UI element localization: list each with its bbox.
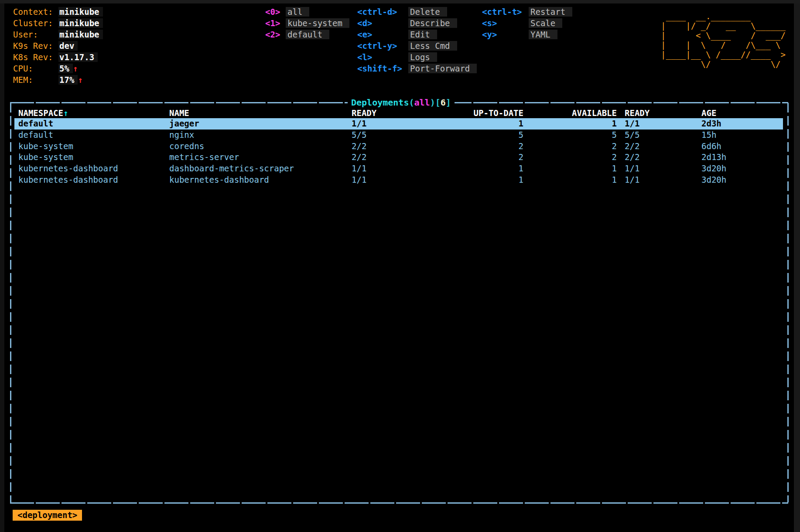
table-title-scope: all — [414, 97, 430, 108]
column-header-namespace[interactable]: NAMESPACE↑ — [14, 107, 169, 119]
cluster-info-label: K9s Rev: — [13, 40, 58, 51]
namespace-hotkey-item[interactable]: <0>all — [265, 6, 349, 17]
action-hotkey-item[interactable]: <s>Scale — [482, 17, 572, 29]
table-cell: kubernetes-dashboard — [169, 174, 351, 186]
namespace-hotkeys-menu: <0>all<1>kube-system<2>default — [265, 6, 349, 40]
cluster-info-value: minikube — [58, 7, 103, 17]
table-cell: 1/1 — [617, 118, 676, 130]
column-header-ready[interactable]: READY — [617, 107, 676, 119]
table-cell: 1/1 — [617, 174, 676, 186]
column-header-up-to-date[interactable]: UP-TO-DATE — [403, 107, 523, 119]
cluster-info-label: Context: — [13, 6, 58, 17]
action-hotkey-item-key: <ctrl-d> — [357, 6, 408, 17]
cluster-info-row: K9s Rev:dev — [13, 40, 103, 51]
table-row[interactable]: kubernetes-dashboarddashboard-metrics-sc… — [14, 163, 783, 174]
table-row[interactable]: kube-systemmetrics-server2/2222/22d13h — [14, 152, 783, 163]
column-header-ready[interactable]: READY — [351, 107, 403, 119]
cluster-info-row: Cluster:minikube — [13, 17, 103, 29]
column-header-label: NAME — [169, 108, 189, 118]
cluster-info-value: v1.17.3 — [58, 52, 98, 62]
action-hotkey-item-key: <ctrl-t> — [482, 6, 529, 17]
table-cell: 5/5 — [617, 130, 676, 141]
column-header-age[interactable]: AGE — [676, 107, 783, 119]
table-cell: nginx — [169, 130, 351, 141]
table-cell: 2d3h — [676, 118, 783, 130]
action-hotkey-item-key: <d> — [357, 17, 408, 29]
sort-ascending-icon: ↑ — [63, 108, 68, 118]
cluster-info-row: Context:minikube — [13, 6, 103, 17]
action-hotkeys-menu-2: <ctrl-t>Restart<s>Scale<y>YAML — [482, 6, 572, 40]
table-cell: 1/1 — [351, 163, 403, 174]
table-cell: 2 — [403, 141, 523, 152]
action-hotkey-item[interactable]: <ctrl-y>Less Cmd — [357, 40, 477, 51]
cluster-info-value: minikube — [58, 30, 103, 39]
action-hotkeys-menu-1: <ctrl-d>Delete<d>Describe<e>Edit<ctrl-y>… — [357, 6, 477, 74]
column-header-label: UP-TO-DATE — [474, 108, 523, 118]
table-cell: 6d6h — [676, 141, 783, 152]
table-cell: 15h — [676, 130, 783, 141]
table-cell: 5 — [403, 130, 523, 141]
action-hotkey-item[interactable]: <shift-f>Port-Forward — [357, 63, 477, 74]
namespace-hotkey-item[interactable]: <1>kube-system — [265, 17, 349, 29]
namespace-hotkey-item-label: all — [286, 7, 309, 17]
table-row[interactable]: defaultjaeger1/1111/12d3h — [14, 118, 783, 130]
action-hotkey-item-key: <y> — [482, 29, 529, 40]
table-cell: 1 — [523, 174, 617, 186]
table-cell: 1 — [403, 174, 523, 186]
column-header-label: READY — [352, 108, 376, 118]
action-hotkey-item-key: <ctrl-y> — [357, 40, 408, 51]
action-hotkey-item-label: Delete — [408, 7, 447, 17]
table-cell: 1/1 — [351, 174, 403, 186]
cluster-info-row: CPU:5%↑ — [13, 63, 103, 74]
action-hotkey-item-key: <e> — [357, 29, 408, 40]
cluster-info-label: K8s Rev: — [13, 51, 58, 63]
action-hotkey-item[interactable]: <l>Logs — [357, 51, 477, 63]
table-cell: 1 — [403, 118, 523, 130]
column-header-name[interactable]: NAME — [169, 107, 351, 119]
paren-close: ) — [430, 97, 435, 108]
action-hotkey-item-key: <shift-f> — [357, 63, 408, 74]
action-hotkey-item-key: <s> — [482, 17, 529, 29]
table-row[interactable]: defaultnginx5/5555/515h — [14, 130, 783, 141]
table-cell: dashboard-metrics-scraper — [169, 163, 351, 174]
table-cell: coredns — [169, 141, 351, 152]
table-header-row: NAMESPACE↑NAMEREADYUP-TO-DATEAVAILABLERE… — [14, 107, 783, 119]
cluster-info-row: MEM:17%↑ — [13, 74, 103, 85]
window-top-edge — [0, 0, 800, 3]
table-row[interactable]: kubernetes-dashboardkubernetes-dashboard… — [14, 174, 783, 186]
cluster-info-value: minikube — [58, 18, 103, 28]
table-cell: 2d13h — [676, 152, 783, 163]
table-cell: 2 — [403, 152, 523, 163]
namespace-hotkey-item-key: <0> — [265, 6, 286, 17]
table-cell: 2/2 — [617, 141, 676, 152]
table-cell: 3d20h — [676, 174, 783, 186]
action-hotkey-item-label: Port-Forward — [408, 64, 477, 73]
cluster-info-value: 17% — [58, 75, 78, 85]
table-cell: 2/2 — [351, 141, 403, 152]
cluster-info-value: dev — [58, 41, 78, 51]
table-cell: 2 — [523, 141, 617, 152]
action-hotkey-item-label: Restart — [529, 7, 572, 17]
column-header-available[interactable]: AVAILABLE — [523, 107, 617, 119]
table-cell: kubernetes-dashboard — [14, 174, 169, 186]
table-cell: 1 — [523, 118, 617, 130]
paren-open: ( — [409, 97, 414, 108]
table-cell: 3d20h — [676, 163, 783, 174]
table-cell: jaeger — [169, 118, 351, 130]
action-hotkey-item-key: <l> — [357, 51, 408, 63]
bracket-close: ] — [446, 97, 451, 108]
action-hotkey-item-label: Describe — [408, 18, 457, 28]
action-hotkey-item[interactable]: <y>YAML — [482, 29, 572, 40]
table-cell: 2/2 — [617, 152, 676, 163]
table-row[interactable]: kube-systemcoredns2/2222/26d6h — [14, 141, 783, 152]
namespace-hotkey-item-label: default — [286, 30, 329, 39]
action-hotkey-item-label: Logs — [408, 52, 437, 62]
action-hotkey-item[interactable]: <ctrl-t>Restart — [482, 6, 572, 17]
action-hotkey-item[interactable]: <ctrl-d>Delete — [357, 6, 477, 17]
namespace-hotkey-item-key: <2> — [265, 29, 286, 40]
action-hotkey-item[interactable]: <d>Describe — [357, 17, 477, 29]
action-hotkey-item[interactable]: <e>Edit — [357, 29, 477, 40]
namespace-hotkey-item[interactable]: <2>default — [265, 29, 349, 40]
table-border-bottom — [10, 502, 788, 504]
column-header-label: AGE — [701, 108, 716, 118]
